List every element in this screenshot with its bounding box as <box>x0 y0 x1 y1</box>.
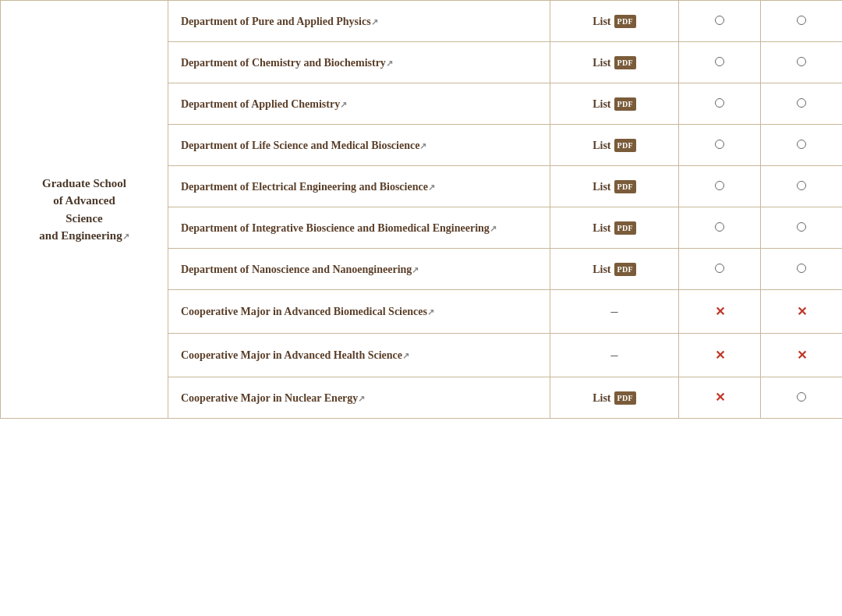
circle-icon <box>797 57 806 66</box>
col4-cell <box>761 83 843 125</box>
external-link-icon: ↗ <box>490 224 497 233</box>
circle-icon <box>797 222 806 232</box>
cross-icon: ✕ <box>797 349 807 362</box>
list-label: List <box>593 390 610 406</box>
list-pdf-badge[interactable]: ListPDF <box>593 390 636 406</box>
circle-icon <box>797 98 806 108</box>
col3-cell <box>679 249 761 290</box>
pdf-badge: PDF <box>614 56 636 69</box>
circle-icon <box>797 264 806 273</box>
dept-name: Cooperative Major in Advanced Health Sci… <box>181 349 402 361</box>
list-cell[interactable]: ListPDF <box>550 125 679 166</box>
col3-cell: ✕ <box>679 377 761 419</box>
col3-cell <box>679 207 761 249</box>
pdf-badge: PDF <box>614 221 636 235</box>
list-label: List <box>593 55 610 71</box>
list-cell[interactable]: ListPDF <box>550 377 679 419</box>
col4-cell <box>761 1 843 42</box>
dept-name: Cooperative Major in Nuclear Energy <box>181 392 358 404</box>
dept-cell[interactable]: Department of Electrical Engineering and… <box>168 166 550 207</box>
cross-icon: ✕ <box>715 391 725 404</box>
external-link-icon: ↗ <box>412 265 419 274</box>
dept-cell[interactable]: Department of Chemistry and Biochemistry… <box>168 42 550 83</box>
dept-name: Cooperative Major in Advanced Biomedical… <box>181 306 427 317</box>
pdf-badge: PDF <box>614 97 636 111</box>
col3-cell <box>679 1 761 42</box>
external-link-icon: ↗ <box>402 351 409 360</box>
col4-cell: ✕ <box>761 290 843 334</box>
dept-cell[interactable]: Department of Nanoscience and Nanoengine… <box>168 249 550 290</box>
cross-icon: ✕ <box>715 305 725 318</box>
external-link-icon: ↗ <box>386 58 393 68</box>
col3-cell <box>679 83 761 125</box>
circle-icon <box>797 181 806 190</box>
list-pdf-badge[interactable]: ListPDF <box>593 137 636 154</box>
list-cell: – <box>550 334 679 377</box>
external-link-icon: ↗ <box>428 182 435 192</box>
dept-name: Department of Electrical Engineering and… <box>181 181 428 193</box>
list-pdf-badge[interactable]: ListPDF <box>593 13 636 30</box>
list-cell[interactable]: ListPDF <box>550 42 679 83</box>
list-cell[interactable]: ListPDF <box>550 207 679 249</box>
dept-cell[interactable]: Department of Life Science and Medical B… <box>168 125 550 166</box>
dept-cell[interactable]: Cooperative Major in Nuclear Energy↗ <box>168 377 550 419</box>
col3-cell <box>679 166 761 207</box>
list-label: List <box>593 261 610 278</box>
dept-name: Department of Nanoscience and Nanoengine… <box>181 264 412 275</box>
circle-icon <box>715 57 724 66</box>
list-pdf-badge[interactable]: ListPDF <box>593 96 636 112</box>
dept-cell[interactable]: Department of Pure and Applied Physics↗ <box>168 1 550 42</box>
main-table-wrapper: Graduate Schoolof AdvancedScienceand Eng… <box>0 0 842 616</box>
external-link-icon: ↗ <box>427 307 434 317</box>
list-label: List <box>593 137 610 154</box>
dept-cell[interactable]: Department of Applied Chemistry↗ <box>168 83 550 125</box>
school-name-text: Graduate Schoolof AdvancedScienceand Eng… <box>39 177 129 243</box>
dept-cell[interactable]: Cooperative Major in Advanced Biomedical… <box>168 290 550 334</box>
cross-icon: ✕ <box>797 305 807 318</box>
col4-cell <box>761 125 843 166</box>
list-cell: – <box>550 290 679 334</box>
dept-cell[interactable]: Cooperative Major in Advanced Health Sci… <box>168 334 550 377</box>
dept-name: Department of Integrative Bioscience and… <box>181 222 490 234</box>
dept-cell[interactable]: Department of Integrative Bioscience and… <box>168 207 550 249</box>
list-label: List <box>593 179 610 195</box>
list-cell[interactable]: ListPDF <box>550 249 679 290</box>
circle-icon <box>797 140 806 149</box>
external-link-icon: ↗ <box>371 17 378 27</box>
pdf-badge: PDF <box>614 391 636 405</box>
list-label: List <box>593 220 610 236</box>
dash-mark: – <box>611 303 618 319</box>
circle-icon <box>715 140 724 149</box>
external-link-icon: ↗ <box>358 394 365 403</box>
list-label: List <box>593 13 610 30</box>
col4-cell <box>761 377 843 419</box>
pdf-badge: PDF <box>614 180 636 193</box>
list-cell[interactable]: ListPDF <box>550 83 679 125</box>
circle-icon <box>797 16 806 25</box>
list-pdf-badge[interactable]: ListPDF <box>593 179 636 195</box>
circle-icon <box>715 16 724 25</box>
list-pdf-badge[interactable]: ListPDF <box>593 261 636 278</box>
list-pdf-badge[interactable]: ListPDF <box>593 220 636 236</box>
list-cell[interactable]: ListPDF <box>550 1 679 42</box>
circle-icon <box>715 264 724 273</box>
dash-mark: – <box>611 347 618 363</box>
col4-cell: ✕ <box>761 334 843 377</box>
col3-cell <box>679 125 761 166</box>
circle-icon <box>715 181 724 190</box>
dept-name: Department of Life Science and Medical B… <box>181 140 419 151</box>
list-pdf-badge[interactable]: ListPDF <box>593 55 636 71</box>
col3-cell: ✕ <box>679 334 761 377</box>
col4-cell <box>761 249 843 290</box>
col4-cell <box>761 207 843 249</box>
col4-cell <box>761 166 843 207</box>
circle-icon <box>797 392 806 402</box>
cross-icon: ✕ <box>715 349 725 362</box>
departments-table: Graduate Schoolof AdvancedScienceand Eng… <box>0 0 842 419</box>
school-cell: Graduate Schoolof AdvancedScienceand Eng… <box>1 1 168 419</box>
dept-name: Department of Chemistry and Biochemistry <box>181 57 386 69</box>
col3-cell: ✕ <box>679 290 761 334</box>
pdf-badge: PDF <box>614 139 636 152</box>
circle-icon <box>715 98 724 108</box>
list-cell[interactable]: ListPDF <box>550 166 679 207</box>
